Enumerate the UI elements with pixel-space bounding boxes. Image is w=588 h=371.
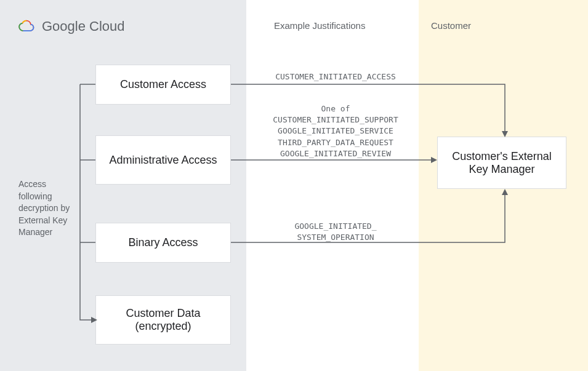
justification-items: CUSTOMER_INITIATED_SUPPORT GOOGLE_INITIA… [273,115,398,158]
box-customer-data: Customer Data (encrypted) [95,295,231,345]
google-cloud-logo: Google Cloud [18,18,125,34]
justification-customer-initiated: CUSTOMER_INITIATED_ACCESS [259,71,413,82]
justification-prefix: One of [321,104,350,113]
side-note: Access following decryption by External … [18,178,80,239]
logo-text: Google Cloud [42,18,125,34]
zone-label-justifications: Example Justifications [274,20,365,31]
cloud-icon [18,19,36,34]
box-customer-access: Customer Access [95,65,231,105]
justification-admin-list: One of CUSTOMER_INITIATED_SUPPORT GOOGLE… [259,103,413,159]
zone-label-customer: Customer [431,20,471,31]
zone-justifications [246,0,419,371]
box-binary-access: Binary Access [95,223,231,263]
justification-system-operation: GOOGLE_INITIATED_ SYSTEM_OPERATION [259,221,413,243]
box-administrative-access: Administrative Access [95,135,231,185]
box-external-key-manager: Customer's External Key Manager [437,137,566,189]
